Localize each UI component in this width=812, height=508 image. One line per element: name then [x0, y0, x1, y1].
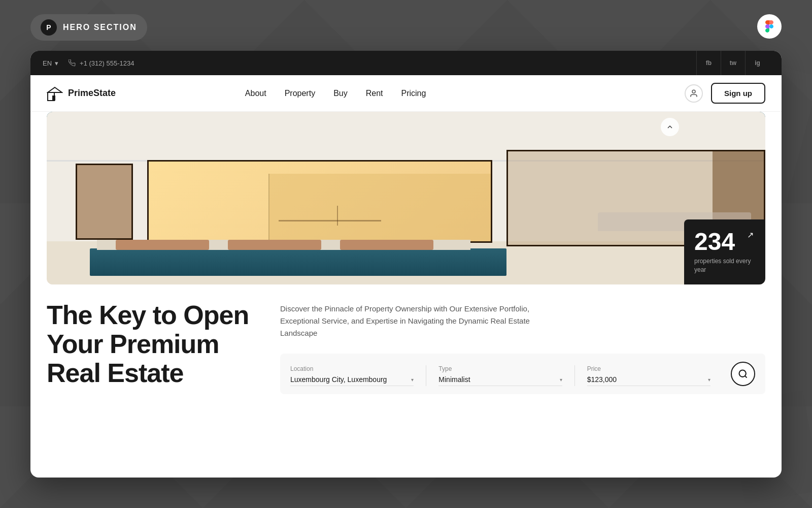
location-select[interactable]: Luxembourg City, Luxembourg ▾: [290, 375, 414, 386]
svg-rect-2: [52, 96, 55, 101]
user-icon[interactable]: [685, 84, 703, 103]
nav-pricing[interactable]: Pricing: [401, 89, 426, 98]
lounge-chair-3: [340, 240, 433, 250]
interior-right: [268, 174, 491, 242]
nav-property[interactable]: Property: [285, 89, 315, 98]
signup-button[interactable]: Sign up: [711, 83, 765, 104]
location-chevron: ▾: [411, 377, 414, 383]
hero-headline: The Key to Open Your Premium Real Estate: [47, 301, 260, 388]
svg-point-4: [739, 370, 746, 377]
window-left: [76, 164, 133, 240]
pool-deck: [97, 240, 470, 250]
stats-arrow-icon: ↗: [743, 228, 757, 242]
nav-actions: Sign up: [685, 83, 765, 104]
house-scene: [47, 112, 765, 284]
table: [279, 220, 381, 221]
type-label: Type: [438, 365, 562, 372]
main-card: EN ▾ +1 (312) 555-1234 fb tw ig PrimeSta…: [30, 51, 782, 478]
social-links: fb tw ig: [696, 51, 769, 75]
twitter-link[interactable]: tw: [721, 51, 745, 75]
svg-line-5: [745, 376, 747, 378]
price-label: Price: [587, 365, 710, 372]
stats-label: properties sold every year: [694, 257, 755, 274]
type-chevron: ▾: [560, 377, 562, 383]
type-select[interactable]: Minimalist ▾: [438, 375, 562, 386]
lamp-stand: [337, 206, 338, 226]
stats-card: ↗ 234 properties sold every year: [684, 219, 765, 284]
frame-label-bar: P HERO SECTION: [30, 14, 147, 41]
lounge-chair-2: [228, 240, 321, 250]
svg-marker-1: [48, 87, 62, 92]
window-center: [147, 160, 492, 243]
logo-text: PrimeState: [68, 88, 116, 99]
price-field: Price $123,000 ▾: [587, 365, 723, 386]
instagram-link[interactable]: ig: [745, 51, 769, 75]
lounge-chair-1: [116, 240, 209, 250]
frame-title: HERO SECTION: [63, 23, 137, 32]
location-label: Location: [290, 365, 414, 372]
nav-buy[interactable]: Buy: [333, 89, 348, 98]
search-form: Location Luxembourg City, Luxembourg ▾ T…: [280, 354, 765, 394]
scroll-arrow-button[interactable]: [661, 118, 679, 136]
language-selector[interactable]: EN ▾: [43, 59, 58, 67]
nav-links: About Property Buy Rent Pricing: [245, 89, 426, 98]
utility-bar: EN ▾ +1 (312) 555-1234 fb tw ig: [30, 51, 782, 75]
headline: The Key to Open Your Premium Real Estate: [47, 301, 260, 388]
hero-description: Discover the Pinnacle of Property Owners…: [280, 303, 544, 339]
price-chevron: ▾: [708, 377, 710, 383]
search-button[interactable]: [731, 362, 755, 386]
type-field: Type Minimalist ▾: [438, 365, 574, 386]
hero-content: The Key to Open Your Premium Real Estate…: [30, 284, 782, 404]
price-select[interactable]: $123,000 ▾: [587, 375, 710, 386]
location-field: Location Luxembourg City, Luxembourg ▾: [290, 365, 426, 386]
frame-icon: P: [41, 19, 57, 36]
nav-about[interactable]: About: [245, 89, 266, 98]
nav-rent[interactable]: Rent: [366, 89, 383, 98]
hero-image-container: ↗ 234 properties sold every year: [47, 112, 765, 284]
logo[interactable]: PrimeState: [47, 85, 116, 102]
figma-icon[interactable]: [757, 14, 782, 39]
navbar: PrimeState About Property Buy Rent Prici…: [30, 75, 782, 112]
facebook-link[interactable]: fb: [696, 51, 721, 75]
pool: [90, 248, 506, 276]
hero-right: Discover the Pinnacle of Property Owners…: [280, 301, 765, 394]
phone-display: +1 (312) 555-1234: [69, 59, 134, 67]
svg-point-3: [692, 90, 695, 93]
